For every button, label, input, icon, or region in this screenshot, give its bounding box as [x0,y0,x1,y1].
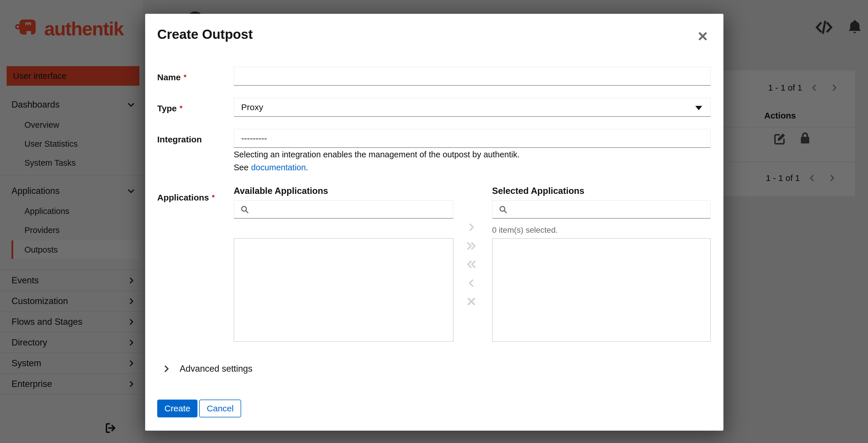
required-marker: * [212,193,215,202]
name-input[interactable] [234,67,711,86]
create-button[interactable]: Create [157,400,197,417]
integration-label: Integration [157,135,202,144]
clear-x-icon [466,296,477,307]
selected-search-input[interactable] [512,201,710,218]
expand-chevron-icon[interactable] [162,364,171,374]
cancel-button[interactable]: Cancel [199,400,241,417]
close-icon [698,31,708,41]
required-marker: * [184,73,187,81]
remove-selected-button[interactable] [463,278,479,288]
add-all-button[interactable] [463,240,479,252]
selected-search [492,200,711,218]
selected-applications-list[interactable] [492,238,711,342]
name-label: Name* [157,72,187,82]
double-angle-right-icon [465,240,477,252]
type-select[interactable]: Proxy [234,98,711,117]
modal-title: Create Outpost [157,26,253,42]
documentation-link[interactable]: documentation [251,163,306,172]
available-applications-header: Available Applications [234,186,328,196]
integration-doc-line: Seedocumentation. [234,163,308,172]
angle-right-icon [466,222,476,232]
applications-label: Applications* [157,193,215,203]
create-outpost-modal: Create Outpost Name* Type* Proxy Integra… [145,14,723,431]
add-selected-button[interactable] [463,222,479,232]
advanced-settings-toggle[interactable]: Advanced settings [180,364,252,374]
clear-selection-button[interactable] [463,296,479,307]
integration-select[interactable]: --------- [234,129,711,148]
integration-help-text: Selecting an integration enables the man… [234,150,520,159]
available-search-input[interactable] [253,201,453,218]
search-icon [240,205,249,214]
type-select-value: Proxy [241,102,263,112]
caret-down-icon [695,106,702,110]
available-applications-list[interactable] [234,238,454,342]
type-label: Type* [157,104,183,113]
selected-applications-header: Selected Applications [492,186,584,196]
close-button[interactable] [696,30,709,42]
search-icon [498,205,507,214]
available-search [234,200,454,218]
required-marker: * [180,104,183,113]
angle-left-icon [466,278,476,288]
selected-count-text: 0 item(s) selected. [492,226,558,235]
integration-select-value: --------- [241,134,267,143]
screen: authentik User interface Dashboards Over… [0,0,868,443]
remove-all-button[interactable] [463,258,479,270]
double-angle-left-icon [465,258,477,270]
